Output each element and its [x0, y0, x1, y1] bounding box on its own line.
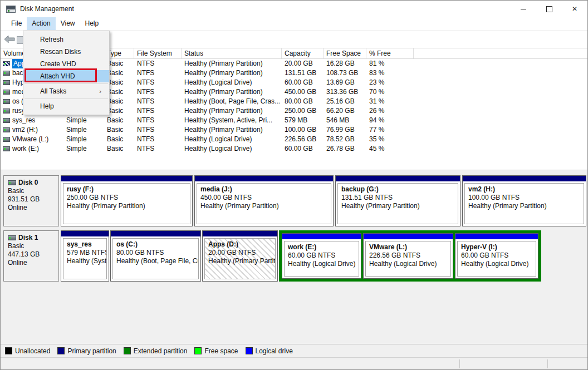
unallocated-color-swatch	[5, 347, 12, 354]
volume-icon	[3, 99, 10, 104]
menu-separator	[24, 83, 108, 84]
legend-logical-drive: Logical drive	[246, 347, 293, 355]
status-bar	[1, 357, 587, 370]
primary-partition-color-bar	[463, 176, 586, 181]
disk-management-window: Disk Management ✕ File Action View Help …	[0, 0, 588, 370]
volume-icon	[3, 80, 10, 85]
volume-icon	[3, 61, 10, 66]
menu-help[interactable]: Help	[80, 17, 104, 30]
logical-drive-color-swatch	[246, 347, 253, 354]
volume-icon	[3, 71, 10, 76]
disk-1-info[interactable]: Disk 1 Basic 447.13 GB Online	[3, 230, 59, 282]
partition-media[interactable]: media (J:)450.00 GB NTFSHealthy (Primary…	[194, 175, 334, 226]
volume-icon	[3, 137, 10, 142]
legend-bar: Unallocated Primary partition Extended p…	[1, 344, 587, 357]
close-button[interactable]: ✕	[562, 1, 587, 17]
column-header-status[interactable]: Status	[182, 48, 282, 58]
table-row-work[interactable]: work (E:) Simple Basic NTFS Healthy (Log…	[1, 144, 587, 154]
extended-partition-color-swatch	[124, 347, 131, 354]
menu-item-attach-vhd[interactable]: Attach VHD	[23, 70, 109, 82]
volume-icon	[3, 127, 10, 132]
menu-bar: File Action View Help	[1, 17, 587, 30]
volume-icon	[3, 108, 10, 114]
column-header-capacity[interactable]: Capacity	[282, 48, 324, 58]
maximize-button[interactable]	[536, 1, 562, 17]
volume-icon	[3, 118, 10, 123]
partition-vmware[interactable]: VMware (L:)226.56 GB NTFSHealthy (Logica…	[363, 233, 453, 279]
menu-action[interactable]: Action	[27, 17, 55, 30]
partition-vm2[interactable]: vm2 (H:)100.00 GB NTFSHealthy (Primary P…	[462, 175, 586, 226]
disk-0-band: Disk 0 Basic 931.51 GB Online rusy (F:)2…	[3, 175, 586, 226]
free-space-color-swatch	[194, 347, 202, 354]
back-arrow-icon[interactable]	[4, 35, 15, 43]
legend-primary-partition: Primary partition	[57, 347, 116, 355]
volume-icon	[3, 146, 10, 151]
legend-free-space: Free space	[194, 347, 238, 355]
menu-item-help[interactable]: Help	[23, 100, 109, 112]
primary-partition-color-bar	[195, 176, 333, 181]
minimize-button[interactable]	[511, 1, 536, 17]
minimize-icon	[521, 9, 526, 9]
volume-icon	[3, 90, 10, 95]
partition-rusy[interactable]: rusy (F:)250.00 GB NTFSHealthy (Primary …	[61, 175, 193, 226]
logical-drive-color-bar	[364, 234, 453, 239]
menu-file[interactable]: File	[6, 17, 27, 30]
partition-hyper-v[interactable]: Hyper-V (I:)60.00 GB NTFSHealthy (Logica…	[455, 233, 538, 279]
primary-partition-color-bar	[61, 231, 109, 236]
menu-item-create-vhd[interactable]: Create VHD	[23, 58, 109, 70]
maximize-icon	[546, 6, 552, 12]
menu-separator	[24, 98, 108, 99]
table-row-vmware[interactable]: VMware (L:) Simple Basic NTFS Healthy (L…	[1, 135, 587, 144]
primary-partition-color-bar	[61, 176, 192, 181]
disk-graph-pane: Disk 0 Basic 931.51 GB Online rusy (F:)2…	[1, 170, 587, 344]
action-dropdown-menu: Refresh Rescan Disks Create VHD Attach V…	[23, 31, 110, 115]
disk-1-band: Disk 1 Basic 447.13 GB Online sys_res579…	[3, 230, 586, 282]
status-bar-divider	[459, 359, 460, 368]
disk-management-app-icon	[6, 6, 16, 13]
menu-view[interactable]: View	[56, 17, 80, 30]
disk-icon	[8, 180, 16, 185]
menu-item-rescan-disks[interactable]: Rescan Disks	[23, 46, 109, 58]
window-title: Disk Management	[20, 5, 74, 13]
primary-partition-color-bar	[336, 176, 460, 181]
column-header-pct-free[interactable]: % Free	[366, 48, 414, 58]
title-bar: Disk Management ✕	[1, 1, 587, 17]
menu-item-all-tasks[interactable]: All Tasks›	[23, 85, 109, 97]
logical-drive-color-bar	[282, 234, 361, 239]
table-row-sys-res[interactable]: sys_res Simple Basic NTFS Healthy (Syste…	[1, 116, 587, 125]
column-header-file-system[interactable]: File System	[134, 48, 182, 58]
menu-item-refresh[interactable]: Refresh	[23, 33, 109, 46]
legend-extended-partition: Extended partition	[124, 347, 188, 355]
partition-apps-selected[interactable]: Apps (D:)20.00 GB NTFSHealthy (Primary P…	[202, 230, 278, 282]
status-bar-divider	[547, 359, 548, 368]
partition-os[interactable]: os (C:)80.00 GB NTFSHealthy (Boot, Page …	[110, 230, 201, 282]
logical-drive-color-bar	[455, 234, 538, 239]
table-row-vm2[interactable]: vm2 (H:) Simple Basic NTFS Healthy (Prim…	[1, 125, 587, 135]
extended-partition-frame: work (E:)60.00 GB NTFSHealthy (Logical D…	[279, 230, 541, 282]
disk-icon	[8, 235, 16, 240]
close-icon: ✕	[572, 5, 577, 13]
submenu-arrow-icon: ›	[99, 85, 101, 97]
primary-partition-color-bar	[203, 231, 277, 236]
primary-partition-color-swatch	[57, 347, 65, 354]
partition-backup[interactable]: backup (G:)131.51 GB NTFSHealthy (Primar…	[335, 175, 460, 226]
column-header-free-space[interactable]: Free Space	[324, 48, 366, 58]
partition-work[interactable]: work (E:)60.00 GB NTFSHealthy (Logical D…	[282, 233, 361, 279]
primary-partition-color-bar	[111, 231, 200, 236]
disk-0-info[interactable]: Disk 0 Basic 931.51 GB Online	[3, 175, 59, 226]
partition-sys-res[interactable]: sys_res579 MB NTFSHealthy (Syste	[61, 230, 109, 282]
legend-unallocated: Unallocated	[5, 347, 50, 355]
